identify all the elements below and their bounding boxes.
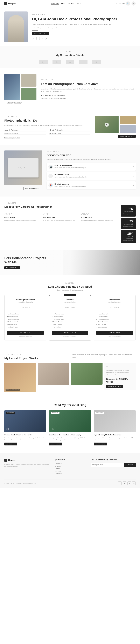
- footer-email-input[interactable]: [91, 462, 124, 467]
- footer-social-facebook[interactable]: f: [118, 482, 122, 485]
- blog-post-desc-3: Lorem ipsum dolor sit amet, consectetur …: [94, 437, 136, 441]
- view-skills-link[interactable]: View Photography Skills: [4, 137, 20, 139]
- package-cta-1[interactable]: CHOOSE PLAN: [52, 331, 89, 335]
- clients-section: CLIENTS My Corporation Clients ◯ ⬭ ◇ ∞∞∞…: [0, 46, 140, 68]
- blog-body-2: Best Nature Recomendation Photography Lo…: [49, 432, 91, 447]
- service-arrow-2[interactable]: +: [133, 175, 134, 177]
- achievement-2: 350 Total World Competition Winner: [41, 97, 136, 100]
- menu-button[interactable]: ☰: [131, 2, 136, 6]
- blog-body-1: Camera Handed Position For Newbie Lorem …: [4, 432, 46, 447]
- blog-title: Read My Personal Blog: [4, 404, 136, 407]
- service-arrow-3[interactable]: +: [133, 184, 134, 186]
- service-icon-2: ✂: [48, 174, 53, 178]
- blog-num-2: 06: [51, 427, 54, 431]
- package-cta-0[interactable]: CHOOSE PLAN: [7, 331, 44, 335]
- social-facebook[interactable]: f: [32, 36, 35, 40]
- portfolio-header: MY PORTFOLIO My Latest Project Works Lor…: [4, 354, 136, 360]
- service-title-2: Photoshoot Studio: [54, 174, 87, 176]
- portfolio-cta-button[interactable]: SEE PORTFOLIO →: [106, 385, 123, 388]
- blog-post-desc-1: Lorem ipsum dolor sit amet, consectetur …: [4, 437, 46, 441]
- blog-post-title-2: Best Nature Recomendation Photography: [49, 434, 91, 436]
- social-linkedin[interactable]: in: [41, 36, 44, 40]
- service-title-3: Events & Moments: [54, 183, 87, 185]
- search-button[interactable]: 🔍: [126, 2, 130, 6]
- service-card-3: 🎉 Events & Moments Lorem ipsum dolor sit…: [47, 182, 136, 189]
- footer-submit-button[interactable]: CONTINUE: [124, 462, 136, 467]
- see-all-services-button[interactable]: SEE ALL SERVICES →: [23, 187, 42, 190]
- footer-resource-title: Lets Go a Free Of My Resource: [91, 459, 136, 461]
- service-arrow-1[interactable]: +: [133, 166, 134, 168]
- about-section-label: ABOUT ME: [41, 79, 136, 80]
- packages-grid: Wedding Photoshoot For Wedding photograp…: [4, 295, 136, 340]
- blog-cta-3[interactable]: LEARN MORE: [94, 442, 107, 446]
- hero-cta-button[interactable]: SEE PORTFOLIO →: [32, 32, 49, 35]
- footer-link-4[interactable]: Contact Us: [55, 472, 85, 475]
- footer-about-text: Lorem ipsum dolor sit amet, consectetur …: [4, 463, 49, 468]
- career-item-1: 2017 Hobby Started Lorem ipsum dolor sit…: [4, 212, 40, 221]
- about-achievements: 11 Years / Photography Experience 350 To…: [41, 94, 136, 100]
- portfolio-label-wedding: WEDDING PHOTOSHOOT: [6, 389, 20, 391]
- skills-left: MY SKILLS Photography Skills I Do Lorem …: [4, 116, 90, 139]
- skills-image-2: [120, 116, 136, 124]
- skills-grid: Android Photography Events Photography N…: [4, 129, 90, 135]
- footer-links-title: Quick Links: [55, 459, 85, 461]
- footer-link-0[interactable]: Homepage: [55, 462, 85, 465]
- site-logo[interactable]: Hanpot: [4, 2, 16, 5]
- blog-cta-1[interactable]: LEARN MORE: [4, 442, 17, 446]
- package-wedding: Wedding Photoshoot For Wedding photograp…: [4, 295, 46, 340]
- about-images: ★ 5 Stars Rating Feedback Lorem ipsum ph…: [4, 74, 36, 104]
- portfolio-image-wedding: WEDDING PHOTOSHOOT: [4, 363, 36, 392]
- clients-section-label: CLIENTS: [4, 51, 136, 52]
- skill-4: More About More: [49, 132, 90, 135]
- portfolio-description: Lorem ipsum dolor sit amet, consectetur …: [72, 354, 136, 358]
- footer-grid: Hanpot Lorem ipsum dolor sit amet, conse…: [4, 459, 136, 475]
- nav-about[interactable]: About: [61, 2, 65, 4]
- blog-num-1: 01: [6, 427, 9, 431]
- skill-1: Android Photography: [4, 129, 46, 132]
- play-button[interactable]: ▶: [105, 122, 109, 127]
- skill-2: Events Photography: [49, 129, 90, 132]
- hero-section: PORTFOLIO Hi, I Am John Doe a Profession…: [0, 7, 140, 46]
- footer-link-1[interactable]: About Me: [55, 465, 85, 468]
- blog-card-2: Photography 06 Best Nature Recomendation…: [49, 410, 91, 447]
- skills-section-label: MY SKILLS: [4, 116, 90, 118]
- logo-icon: [4, 2, 7, 5]
- about-title: I am an Photographer From East Java: [41, 82, 136, 86]
- service-content-1: Personal Photographer Lorem ipsum dolor …: [54, 164, 87, 169]
- collab-cta-button[interactable]: TALK WITH ME →: [4, 266, 20, 269]
- footer-social-twitter[interactable]: t: [123, 482, 126, 485]
- career-item-2: 2019 Work Employee Lorem ipsum dolor sit…: [43, 212, 78, 221]
- social-twitter[interactable]: t: [36, 36, 40, 40]
- portfolio-quote-text: Lorem ipsum dolor sit amet, consectetur …: [106, 370, 133, 376]
- package-name-0: Wedding Photoshoot: [7, 298, 44, 301]
- services-btn-row: SEE ALL SERVICES →: [4, 187, 42, 190]
- footer-social-youtube[interactable]: yt: [132, 482, 136, 485]
- blog-card-3: Photography Hybrid Editing Photo For Fre…: [94, 410, 136, 447]
- package-price-1: $ 885 / month: [52, 304, 89, 309]
- hero-social: f t in yt: [32, 36, 117, 40]
- packages-subtitle: Lorem ipsum dolor sit amet consectetur: [4, 289, 136, 291]
- blog-cta-2[interactable]: LEARN MORE: [49, 442, 62, 446]
- portfolio-section: MY PORTFOLIO My Latest Project Works Lor…: [0, 348, 140, 398]
- services-section-label: SERVICES: [47, 150, 136, 152]
- footer-link-2[interactable]: Portfolio: [55, 468, 85, 470]
- nav-services[interactable]: Services: [68, 2, 74, 4]
- packages-title: Lets Choose Package You Need: [4, 285, 136, 288]
- social-youtube[interactable]: yt: [45, 36, 48, 40]
- nav-homepage[interactable]: Homepage: [51, 2, 59, 4]
- service-card-2: ✂ Photoshoot Studio Lorem ipsum dolor si…: [47, 172, 136, 180]
- blog-card-1: Photography 01 Camera Handed Position Fo…: [4, 410, 46, 447]
- footer-social-linkedin[interactable]: in: [127, 482, 131, 485]
- skills-title: Photography Skills I Do: [4, 119, 90, 122]
- star-icon: ★: [4, 102, 6, 104]
- footer-logo-icon: [4, 459, 7, 462]
- skills-section: MY SKILLS Photography Skills I Do Lorem …: [0, 110, 140, 145]
- career-desc-1: Lorem ipsum dolor sit amet, consectetur …: [4, 219, 40, 221]
- package-cta-2[interactable]: CHOOSE PLAN: [96, 331, 133, 335]
- discover-more-button[interactable]: DISCOVER MORE →: [118, 135, 136, 138]
- nav-price[interactable]: Price: [77, 2, 81, 4]
- footer-link-3[interactable]: Our Blog: [55, 470, 85, 472]
- navbar: Hanpot Homepage About Services Price +12…: [0, 0, 140, 7]
- hero-description: Lorem ipsum dolor sit amet, consectetur …: [32, 23, 117, 26]
- hero-section-label: PORTFOLIO: [32, 14, 117, 15]
